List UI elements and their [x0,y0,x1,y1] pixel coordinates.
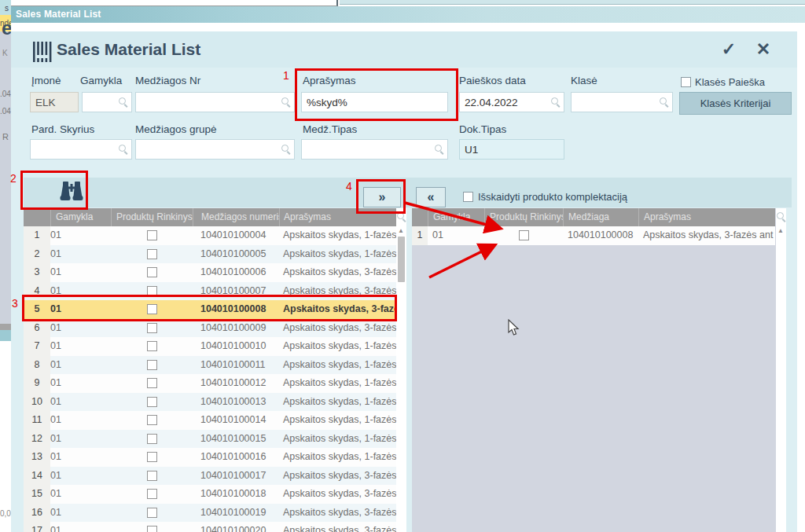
table-row[interactable]: 11 01 104010100014 Apskaitos skydas, 1-f… [24,411,396,430]
kit-checkbox[interactable] [147,249,157,259]
scroll-up-icon[interactable]: ▲ [777,227,784,234]
column-header[interactable] [24,208,50,226]
table-row[interactable]: 9 01 104010100012 Apskaitos skydas, 1-fa… [24,374,396,393]
column-header-gamykla[interactable]: Gamykla [428,208,484,226]
kit-checkbox[interactable] [147,526,157,532]
kit-checkbox[interactable] [147,286,157,296]
scrollbar[interactable]: ▲ [396,208,406,532]
column-header-aprasymas[interactable]: Aprašymas [279,208,396,226]
cell-gamykla: 01 [50,337,111,356]
table-row[interactable]: 1 01 104010100008 Apskaitos skydas, 3-fa… [412,226,775,245]
sales-material-list-dialog: Sales Material List ✓ ✕ Įmonė Gamykla Me… [11,31,797,532]
kit-checkbox[interactable] [147,304,157,314]
medz-tipas-field[interactable] [301,139,448,160]
cell-gamykla: 01 [50,356,111,375]
kit-checkbox[interactable] [147,471,157,481]
scrollbar[interactable]: ▲ ▼ [776,208,786,532]
scrollbar-thumb[interactable] [398,237,405,282]
grid-search-icon[interactable] [396,211,406,222]
cell-produktu-rinkinys [111,504,193,523]
table-row[interactable]: 13 01 104010100016 Apskaitos skydas, 1-f… [24,448,396,467]
kit-checkbox[interactable] [147,415,157,425]
column-header-medziaga[interactable]: Medžiaga [563,208,638,226]
column-header-medziagos-numeris[interactable]: Medžiagos numeris [193,208,279,226]
search-binoculars-button[interactable] [58,180,86,204]
dok-tipas-field[interactable] [459,139,564,160]
kit-checkbox[interactable] [147,267,157,277]
table-row[interactable]: 6 01 104010100009 Apskaitos skydas, 3-fa… [24,319,396,338]
klase-label: Klasė [571,75,597,86]
kit-checkbox[interactable] [519,230,529,240]
klase-field[interactable] [571,92,673,112]
medziagos-nr-field[interactable] [135,92,295,112]
cell-gamykla: 01 [50,282,111,301]
cell-material-number: 104010100019 [193,504,279,523]
cell-description: Apskaitos skydas, 1-fazės [279,245,396,264]
kit-checkbox[interactable] [147,489,157,499]
table-row[interactable]: 16 01 104010100019 Apskaitos skydas, 3-f… [24,504,396,523]
table-row[interactable]: 5 01 104010100008 Apskaitos skydas, 3-fa… [24,300,396,319]
column-header-gamykla[interactable]: Gamykla [50,208,111,226]
column-header-aprasymas[interactable]: Aprašymas [638,208,775,226]
kit-checkbox[interactable] [147,360,157,370]
search-icon[interactable] [118,97,129,108]
kit-checkbox[interactable] [147,323,157,333]
kit-checkbox[interactable] [147,341,157,351]
table-row[interactable]: 15 01 104010100018 Apskaitos skydas, 3-f… [24,485,396,504]
table-row[interactable]: 4 01 104010100007 Apskaitos skydas, 3-fa… [24,282,396,301]
grid-search-icon[interactable] [776,211,786,222]
cell-produktu-rinkinys [111,226,193,245]
kit-checkbox[interactable] [147,434,157,444]
cell-produktu-rinkinys [111,430,193,449]
kit-checkbox[interactable] [147,378,157,388]
table-row[interactable]: 3 01 104010100006 Apskaitos skydas, 3-fa… [24,263,396,282]
pard-skyrius-field[interactable] [30,139,132,160]
row-number: 12 [24,430,50,449]
search-icon[interactable] [550,97,561,108]
cell-material-number: 104010100004 [193,226,279,245]
aprasymas-field[interactable] [301,92,448,112]
search-icon[interactable] [118,144,129,155]
cell-gamykla: 01 [428,226,484,245]
table-row[interactable]: 14 01 104010100017 Apskaitos skydas, 3-f… [24,467,396,486]
paieskos-data-field[interactable] [459,92,564,112]
search-icon[interactable] [659,97,670,108]
transfer-left-button[interactable]: « [416,187,446,207]
column-header-produktu-rinkinys[interactable]: Produktų Rinkinys [111,208,193,226]
table-row[interactable]: 17 01 104010100020 Apskaitos skydas, 3-f… [24,522,396,532]
aprasymas-label: Aprašymas [303,75,356,86]
window-titlebar[interactable]: Sales Material List [11,6,805,23]
table-row[interactable]: 12 01 104010100015 Apskaitos skydas, 1-f… [24,430,396,449]
medziagos-nr-label: Medžiagos Nr [135,75,200,86]
row-number: 9 [24,374,50,393]
table-row[interactable]: 1 01 104010100004 Apskaitos skydas, 1-fa… [24,226,396,245]
table-header-row: Gamykla Produktų Rinkinys Medžiagos nume… [24,208,396,226]
kit-checkbox[interactable] [147,397,157,407]
kit-checkbox[interactable] [147,452,157,462]
column-header[interactable] [412,208,428,226]
close-button[interactable]: ✕ [752,38,775,61]
transfer-right-button[interactable]: » [363,187,401,207]
klases-paieska-checkbox[interactable] [681,77,691,87]
table-row[interactable]: 8 01 104010100011 Apskaitos skydas, 1-fa… [24,356,396,375]
row-number: 10 [24,393,50,412]
table-row[interactable]: 2 01 104010100005 Apskaitos skydas, 1-fa… [24,245,396,264]
imone-field[interactable] [30,92,79,112]
background-text-fragment: 0,0( [0,509,11,518]
confirm-button[interactable]: ✓ [717,38,741,61]
split-kit-checkbox[interactable] [463,192,473,202]
medziagu-grupe-field[interactable] [135,139,295,160]
kit-checkbox[interactable] [147,508,157,518]
cell-gamykla: 01 [50,245,111,264]
search-icon[interactable] [281,144,292,155]
column-header-produktu-rinkinys[interactable]: Produktų Rinkinys [484,208,563,226]
cell-description: Apskaitos skydas, 3-fazės [279,522,396,532]
klases-kriterijai-button[interactable]: Klasės Kriterijai [679,92,792,115]
table-row[interactable]: 10 01 104010100013 Apskaitos skydas, 1-f… [24,393,396,412]
search-icon[interactable] [434,144,445,155]
table-row[interactable]: 7 01 104010100010 Apskaitos skydas, 1-fa… [24,337,396,356]
scroll-up-icon[interactable]: ▲ [398,227,404,234]
search-icon[interactable] [281,97,292,108]
dialog-title: Sales Material List [57,40,200,59]
kit-checkbox[interactable] [147,230,157,240]
